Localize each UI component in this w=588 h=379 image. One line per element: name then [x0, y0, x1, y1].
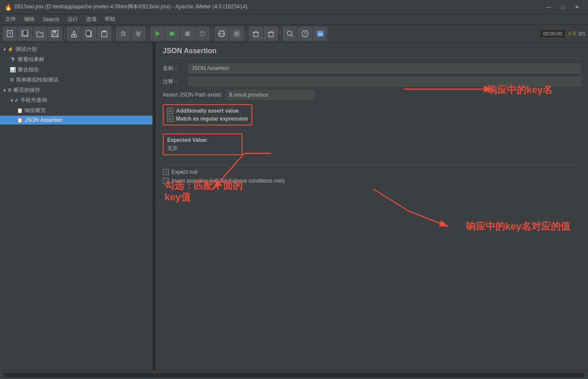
app-icon: 🔥	[4, 4, 12, 11]
toolbar-time: 00:00:00	[541, 30, 565, 37]
menu-options[interactable]: 选项	[82, 15, 100, 24]
window-controls: — □ ✕	[542, 3, 584, 12]
toolbar-remote-start[interactable]	[215, 27, 229, 41]
menu-search[interactable]: Search	[39, 16, 63, 23]
name-input[interactable]	[188, 63, 581, 73]
expected-value-label: Expected Value:	[167, 137, 238, 143]
divider	[163, 165, 581, 165]
toolbar-remote-stop[interactable]	[230, 27, 244, 41]
toolbar-clear[interactable]	[249, 27, 263, 41]
svg-point-34	[287, 31, 292, 35]
match-regular-row: Match as regular expression	[167, 116, 248, 122]
toolbar-copy[interactable]	[82, 27, 96, 41]
toolbar-shutdown[interactable]	[196, 27, 210, 41]
toolbar-stop[interactable]	[180, 27, 195, 41]
svg-rect-4	[23, 30, 27, 35]
tree-item-label: 测试计划	[16, 46, 37, 53]
menu-file[interactable]: 文件	[2, 15, 20, 24]
toolbar-expand[interactable]	[116, 27, 130, 41]
expect-null-checkbox[interactable]	[163, 169, 169, 175]
json-path-input[interactable]	[226, 90, 315, 100]
svg-line-11	[74, 31, 75, 35]
tree-item-assertion-ops[interactable]: ▼ ⚙ 断言的操作	[0, 85, 153, 95]
toolbar-clear-all[interactable]	[264, 27, 278, 41]
svg-rect-13	[86, 31, 90, 36]
invert-assertion-label: Invert assertion (will fail if above con…	[172, 178, 285, 184]
menu-bar: 文件 编辑 Search 运行 选项 帮助	[0, 14, 588, 25]
expect-null-label: Expect null	[172, 169, 198, 175]
triangle-icon-2: ▼	[3, 88, 7, 93]
tree-item-aggregate[interactable]: 📊 聚合报告	[0, 65, 153, 75]
invert-assertion-checkbox[interactable]	[163, 178, 169, 184]
horizontal-scrollbar[interactable]	[4, 373, 584, 377]
maximize-button[interactable]: □	[556, 3, 569, 12]
toolbar-save[interactable]	[48, 27, 62, 41]
tree-item-test-plan[interactable]: ▼ ⚡ 测试计划	[0, 44, 153, 55]
tree-item-label: 聚合报告	[18, 66, 39, 74]
toolbar-logo[interactable]: JM	[313, 27, 327, 41]
svg-point-8	[71, 35, 74, 37]
toolbar-help[interactable]: ?	[298, 27, 312, 41]
test-plan-icon: ⚡	[8, 47, 14, 52]
tree-item-label: JSON Assertion	[25, 117, 63, 123]
json-path-row: Assert JSON Path exists:	[163, 90, 581, 100]
comment-row: 注释：	[163, 77, 581, 86]
annotation-match-line2: key值	[165, 191, 243, 203]
svg-rect-19	[185, 31, 190, 36]
svg-text:?: ?	[304, 31, 306, 36]
toolbar-warning: ⚠ 0	[568, 31, 576, 36]
toolbar-paste[interactable]	[97, 27, 111, 41]
svg-point-9	[74, 35, 77, 37]
name-row: 名称：	[163, 63, 581, 73]
match-regular-checkbox[interactable]	[167, 116, 173, 122]
invert-assertion-row: Invert assertion (will fail if above con…	[163, 178, 581, 184]
json-path-label: Assert JSON Path exists:	[163, 92, 223, 98]
additionally-assert-section: Additionally assert value Match as regul…	[163, 104, 252, 125]
tree-item-performance[interactable]: ⚙ 简单模拟性能测试	[0, 75, 153, 85]
toolbar-templates[interactable]	[18, 27, 32, 41]
menu-help[interactable]: 帮助	[101, 15, 119, 24]
toolbar-search[interactable]	[283, 27, 297, 41]
additionally-assert-label: Additionally assert value	[176, 108, 239, 114]
tree-item-label: 察看结果树	[18, 56, 44, 63]
phone-query-icon: ✔	[15, 98, 19, 103]
results-tree-icon: 🔭	[10, 57, 16, 63]
menu-run[interactable]: 运行	[64, 15, 82, 24]
additionally-assert-checkbox[interactable]	[167, 108, 173, 114]
triangle-icon: ▼	[3, 47, 7, 52]
toolbar-sep-2	[114, 28, 114, 39]
tree-item-results-tree[interactable]: 🔭 察看结果树	[0, 55, 153, 65]
tree-item-response-assertion[interactable]: 📋 响应断言	[0, 105, 153, 116]
window-title: 0913xixi.jmx (D:\test\app\apache-jmeter-…	[15, 3, 247, 11]
expected-value-input[interactable]	[167, 145, 229, 152]
svg-text:JM: JM	[318, 32, 323, 36]
tree-item-json-assertion[interactable]: 📋 JSON Assertion	[0, 116, 153, 125]
title-bar-left: 🔥 0913xixi.jmx (D:\test\app\apache-jmete…	[4, 3, 247, 11]
other-checkboxes: Expect null Invert assertion (will fail …	[163, 169, 581, 184]
toolbar-cut[interactable]	[67, 27, 81, 41]
menu-edit[interactable]: 编辑	[20, 15, 38, 24]
minimize-button[interactable]: —	[542, 3, 555, 12]
close-button[interactable]: ✕	[570, 3, 584, 12]
toolbar-start[interactable]	[150, 27, 165, 41]
panel-title: JSON Assertion	[163, 47, 581, 58]
toolbar-sep-1	[64, 28, 65, 39]
triangle-icon-3: ▼	[10, 98, 14, 103]
toolbar-sep-4	[212, 28, 212, 39]
tree-item-phone-query[interactable]: ▼ ✔ 手机号查询	[0, 95, 153, 105]
additionally-assert-row: Additionally assert value	[167, 108, 248, 114]
svg-rect-15	[103, 31, 106, 32]
assertion-panel: JSON Assertion 名称： 注释： Assert JSON Path …	[156, 43, 588, 191]
status-bar	[0, 370, 588, 379]
toolbar-open[interactable]	[33, 27, 47, 41]
toolbar-new[interactable]	[3, 27, 17, 41]
toolbar-collapse[interactable]	[131, 27, 145, 41]
assertion-ops-icon: ⚙	[8, 87, 12, 93]
expect-null-row: Expect null	[163, 169, 581, 175]
svg-rect-26	[235, 32, 239, 35]
comment-input[interactable]	[188, 77, 581, 86]
toolbar-sep-5	[246, 28, 247, 39]
response-assertion-icon: 📋	[17, 108, 23, 113]
right-panel: JSON Assertion 名称： 注释： Assert JSON Path …	[156, 43, 588, 370]
toolbar-start-no-pause[interactable]	[165, 27, 180, 41]
